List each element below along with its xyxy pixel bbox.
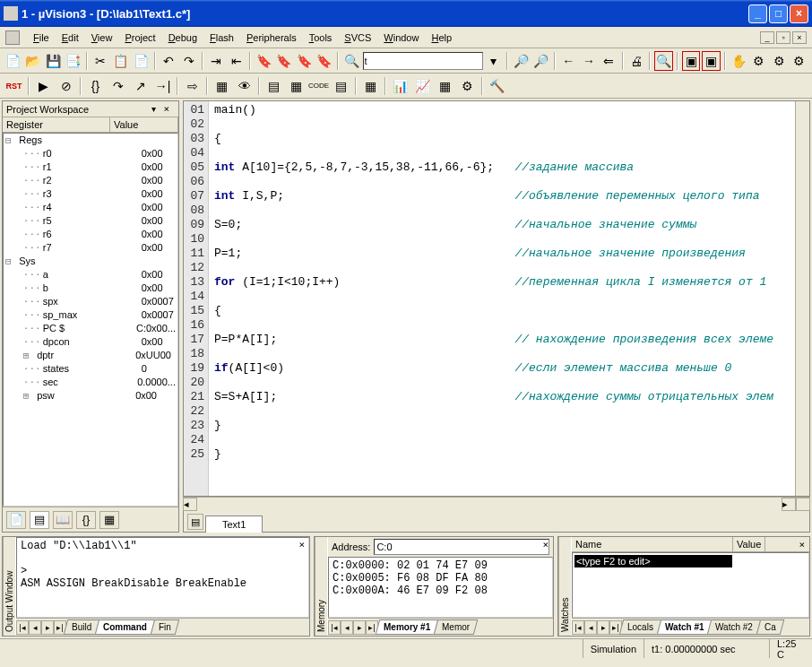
redo-button[interactable]: ↷ bbox=[179, 51, 198, 71]
funcs-tab[interactable]: {} bbox=[76, 511, 96, 529]
output-tab-prev[interactable]: ◂ bbox=[29, 620, 41, 635]
watch-tab-locals[interactable]: Locals bbox=[619, 619, 661, 635]
mem-tab-prev[interactable]: ◂ bbox=[341, 620, 353, 635]
editor-hscrollbar[interactable] bbox=[197, 498, 782, 511]
disasm-window-button[interactable]: ▦ bbox=[212, 76, 232, 96]
mdi-close-button[interactable]: × bbox=[792, 31, 807, 44]
step-button[interactable]: {} bbox=[85, 76, 106, 96]
step-over-button[interactable]: ↷ bbox=[108, 76, 128, 96]
editor-file-tab[interactable]: Text1 bbox=[205, 515, 263, 533]
reg-group[interactable]: ⊟ Regs bbox=[4, 134, 177, 147]
memory-tab-2[interactable]: Memor bbox=[434, 619, 479, 635]
cut-button[interactable]: ✂ bbox=[91, 51, 110, 71]
address-input[interactable] bbox=[374, 539, 549, 555]
memory-dump[interactable]: C:0x0000: 02 01 74 E7 09 C:0x0005: F6 08… bbox=[328, 557, 553, 618]
reg-item[interactable]: ···r40x00 bbox=[4, 201, 177, 214]
reg-item[interactable]: ···r60x00 bbox=[4, 228, 177, 241]
undo-button[interactable]: ↶ bbox=[160, 51, 178, 71]
reg-item[interactable]: ···spx0x0007 bbox=[4, 295, 177, 308]
watch-tab-first[interactable]: |◂ bbox=[572, 620, 584, 635]
mem-tab-next[interactable]: ▸ bbox=[353, 620, 366, 635]
output-window-button[interactable]: 📈 bbox=[412, 76, 433, 96]
step-out-button[interactable]: ↗ bbox=[130, 76, 151, 96]
open-file-button[interactable]: 📂 bbox=[24, 51, 43, 71]
menu-file[interactable]: File bbox=[27, 30, 56, 46]
nav-prev-button[interactable]: ⇐ bbox=[600, 51, 618, 71]
reg-item[interactable]: ···a0x00 bbox=[4, 268, 177, 282]
show-next-button[interactable]: ⇨ bbox=[182, 76, 203, 96]
watch-col-name[interactable]: Name bbox=[572, 537, 733, 551]
reg-item[interactable]: ⊞ psw0x00 bbox=[4, 389, 177, 403]
watch-tab-next[interactable]: ▸ bbox=[597, 620, 609, 635]
symbols-window-button[interactable]: 📊 bbox=[390, 76, 410, 96]
menu-peripherals[interactable]: Peripherals bbox=[240, 30, 303, 46]
register-col-value[interactable]: Value bbox=[110, 117, 178, 132]
memory-window-button[interactable]: ▦ bbox=[286, 76, 307, 96]
bookmark-toggle-button[interactable]: 🔖 bbox=[255, 51, 273, 71]
bookmark-next-button[interactable]: 🔖 bbox=[274, 51, 293, 71]
reg-item[interactable]: ···dpcon0x00 bbox=[4, 335, 177, 349]
watch-tab-call[interactable]: Ca bbox=[756, 619, 784, 635]
reg-item[interactable]: ···states0 bbox=[4, 362, 177, 376]
output-tab-next[interactable]: ▸ bbox=[41, 620, 54, 635]
workspace-close-button[interactable]: × bbox=[158, 103, 175, 115]
memory-tab-1[interactable]: Memory #1 bbox=[376, 619, 439, 635]
output-text[interactable]: Load "D:\\lab1\\1" > ASM ASSIGN BreakDis… bbox=[16, 537, 309, 618]
serial-window-button[interactable]: ▤ bbox=[263, 76, 284, 96]
save-button[interactable]: 💾 bbox=[44, 51, 63, 71]
reg-group[interactable]: ⊟ Sys bbox=[4, 255, 177, 268]
watch-close-button[interactable]: × bbox=[796, 539, 808, 550]
code-editor[interactable]: main(){int A[10]={2,5,-8,7,-3,15,38,-11,… bbox=[209, 101, 795, 496]
print-button[interactable]: 🖨 bbox=[627, 51, 646, 71]
menu-help[interactable]: Help bbox=[425, 30, 458, 46]
maximize-button[interactable]: □ bbox=[769, 4, 788, 23]
reg-item[interactable]: ···sp_max0x0007 bbox=[4, 308, 177, 322]
periph-button[interactable]: ⚙ bbox=[457, 76, 478, 96]
incremental-find-button[interactable]: 🔎 bbox=[532, 51, 551, 71]
find-button-icon[interactable]: 🔍 bbox=[342, 51, 361, 71]
watch-col-value[interactable]: Value bbox=[733, 537, 765, 551]
menu-edit[interactable]: Edit bbox=[56, 30, 85, 46]
tool-button-3[interactable]: ⚙ bbox=[790, 51, 808, 71]
menu-svcs[interactable]: SVCS bbox=[338, 30, 377, 46]
reg-item[interactable]: ···sec0.0000... bbox=[4, 376, 177, 389]
indent-button[interactable]: ⇥ bbox=[207, 51, 226, 71]
workspace-pin-icon[interactable]: ▾ bbox=[150, 104, 158, 114]
reg-item[interactable]: ···r20x00 bbox=[4, 174, 177, 187]
code-coverage-button[interactable]: CODE bbox=[308, 76, 329, 96]
editor-vscrollbar[interactable] bbox=[795, 101, 809, 496]
new-file-button[interactable]: 📄 bbox=[4, 51, 22, 71]
dropdown-button[interactable]: ▾ bbox=[485, 51, 504, 71]
mdi-minimize-button[interactable]: _ bbox=[760, 31, 774, 44]
watch-edit-hint[interactable]: <type F2 to edit> bbox=[574, 555, 732, 567]
reg-item[interactable]: ···PC $C:0x00... bbox=[4, 322, 177, 335]
files-tab[interactable]: 📄 bbox=[6, 511, 26, 529]
find-combo[interactable] bbox=[363, 52, 483, 70]
options-button[interactable]: 🔨 bbox=[487, 76, 507, 96]
books-tab[interactable]: 📖 bbox=[53, 511, 73, 529]
toolbox-button[interactable]: ▦ bbox=[435, 76, 455, 96]
menu-flash[interactable]: Flash bbox=[203, 30, 240, 46]
mdi-restore-button[interactable]: ▫ bbox=[776, 31, 790, 44]
nav-forward-button[interactable]: → bbox=[580, 51, 599, 71]
menu-debug[interactable]: Debug bbox=[162, 30, 203, 46]
register-col-name[interactable]: Register bbox=[3, 117, 110, 132]
mem-tab-first[interactable]: |◂ bbox=[328, 620, 341, 635]
memory-close-button[interactable]: × bbox=[540, 539, 551, 550]
reg-item[interactable]: ···r30x00 bbox=[4, 187, 177, 201]
run-to-cursor-button[interactable]: →| bbox=[152, 76, 173, 96]
logic-analyzer-button[interactable]: ▦ bbox=[360, 76, 381, 96]
minimize-button[interactable]: _ bbox=[748, 4, 767, 23]
breakpoint-kill-button[interactable]: ▣ bbox=[702, 51, 721, 71]
reg-item[interactable]: ···r70x00 bbox=[4, 241, 177, 255]
save-all-button[interactable]: 📑 bbox=[65, 51, 83, 71]
close-button[interactable]: × bbox=[790, 4, 808, 23]
hscroll-right[interactable]: ▸ bbox=[782, 498, 796, 511]
watch-tab-prev[interactable]: ◂ bbox=[584, 620, 597, 635]
watch-tab-2[interactable]: Watch #2 bbox=[707, 619, 761, 635]
menu-window[interactable]: Window bbox=[377, 30, 425, 46]
reg-item[interactable]: ···r00x00 bbox=[4, 147, 177, 160]
menu-project[interactable]: Project bbox=[118, 30, 161, 46]
find-in-files-button[interactable]: 🔎 bbox=[512, 51, 531, 71]
nav-back-button[interactable]: ← bbox=[559, 51, 578, 71]
